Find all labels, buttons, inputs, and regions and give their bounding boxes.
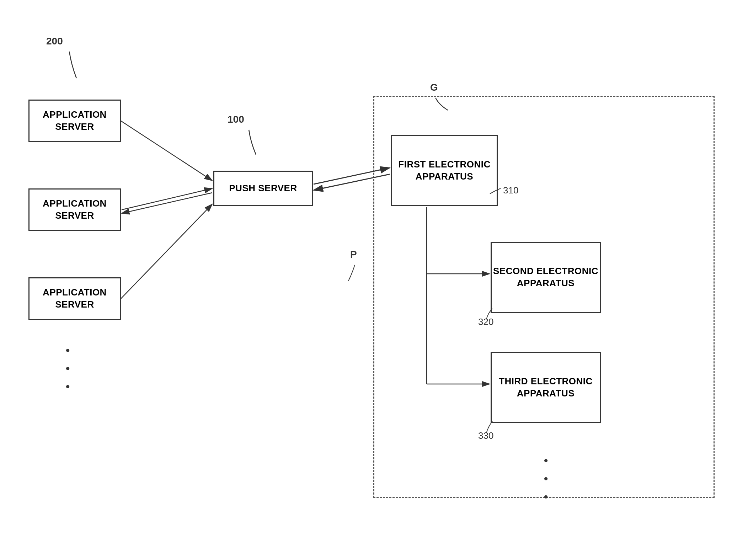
push-server-label: PUSH SERVER [229, 182, 297, 194]
svg-line-4 [121, 121, 212, 181]
app-server-3-label: APPLICATION SERVER [30, 287, 120, 311]
first-electronic-label: FIRST ELECTRONIC APPARATUS [392, 159, 497, 183]
ref-330: 330 [478, 430, 493, 441]
left-dots: ••• [66, 341, 70, 396]
third-electronic-box: THIRD ELECTRONIC APPARATUS [491, 352, 601, 423]
svg-line-7 [121, 204, 212, 299]
first-electronic-box: FIRST ELECTRONIC APPARATUS [391, 135, 498, 206]
ref-200: 200 [46, 36, 63, 47]
push-server-box: PUSH SERVER [213, 171, 313, 206]
svg-line-6 [122, 193, 212, 213]
diagram: 200 100 G APPLICATION SERVER APPLICATION… [0, 0, 748, 560]
ref-100: 100 [228, 114, 244, 125]
ref-310: 310 [503, 185, 518, 196]
p-label: P [350, 249, 357, 260]
app-server-2-label: APPLICATION SERVER [30, 198, 120, 222]
second-electronic-box: SECOND ELECTRONIC APPARATUS [491, 242, 601, 313]
right-dots: ••• [544, 452, 549, 506]
app-server-2-box: APPLICATION SERVER [28, 188, 121, 231]
app-server-3-box: APPLICATION SERVER [28, 277, 121, 320]
ref-320: 320 [478, 316, 493, 327]
app-server-1-label: APPLICATION SERVER [30, 109, 120, 133]
second-electronic-label: SECOND ELECTRONIC APPARATUS [492, 265, 600, 289]
app-server-1-box: APPLICATION SERVER [28, 100, 121, 142]
ref-G: G [430, 82, 438, 93]
svg-line-5 [122, 188, 212, 210]
third-electronic-label: THIRD ELECTRONIC APPARATUS [492, 375, 600, 400]
